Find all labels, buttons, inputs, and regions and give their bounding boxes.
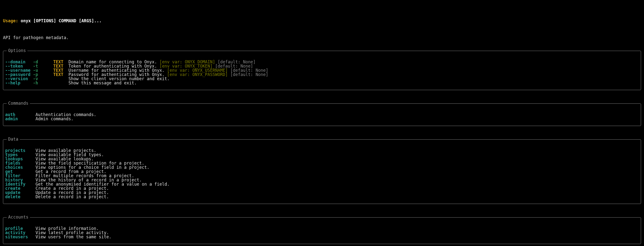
usage-line: Usage: onyx [OPTIONS] COMMAND [ARGS]...: [3, 19, 641, 23]
option-long: --help: [5, 80, 33, 85]
command-row: admin Admin commands.: [5, 117, 639, 121]
option-desc: Show this message and exit.: [68, 80, 137, 85]
command-name: delete: [5, 194, 36, 199]
options-title: Options: [7, 49, 28, 53]
blank-line: [3, 27, 641, 32]
option-default: [default: None]: [230, 72, 268, 77]
description: API for pathogen metadata.: [3, 36, 641, 40]
command-name: admin: [5, 116, 36, 121]
usage-label: Usage:: [3, 18, 18, 23]
options-box: Options --domain -d TEXT Domain name for…: [3, 51, 641, 90]
data-box: Data projects View available projects.ty…: [3, 139, 641, 204]
command-row: siteusers View users from the same site.: [5, 235, 639, 239]
option-env: [env var: ONYX_PASSWORD]: [167, 72, 228, 77]
data-title: Data: [7, 137, 20, 141]
accounts-title: Accounts: [7, 215, 30, 219]
command-row: auth Authentication commands.: [5, 113, 639, 117]
command-desc: Delete a record in a project.: [36, 194, 109, 199]
command-row: types View available field types.: [5, 153, 639, 157]
command-desc: Admin commands.: [36, 116, 74, 121]
command-row: delete Delete a record in a project.: [5, 195, 639, 199]
usage-text: onyx [OPTIONS] COMMAND [ARGS]...: [18, 18, 102, 23]
option-short: -h: [33, 80, 54, 85]
commands-title: Commands: [7, 101, 30, 105]
commands-box: Commands auth Authentication commands.ad…: [3, 103, 641, 126]
accounts-box: Accounts profile View profile informatio…: [3, 217, 641, 244]
command-name: siteusers: [5, 234, 36, 239]
option-type: [53, 80, 68, 85]
command-desc: View users from the same site.: [36, 234, 112, 239]
option-row: --help -h Show this message and exit.: [5, 81, 639, 85]
